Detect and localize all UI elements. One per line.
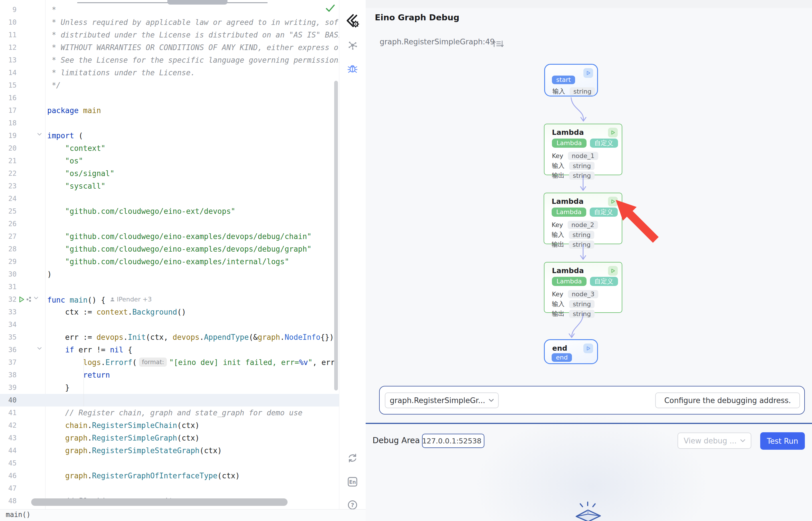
code-author-hint[interactable]: IPender +3 bbox=[110, 293, 152, 306]
graph-node-start[interactable]: start输入string bbox=[544, 64, 598, 96]
code-line-12[interactable]: 12 * WITHOUT WARRANTIES OR CONDITIONS OF… bbox=[0, 41, 339, 54]
line-number[interactable]: 25 bbox=[0, 205, 17, 218]
code-line-23[interactable]: 23 "syscall" bbox=[0, 180, 339, 192]
line-number[interactable]: 34 bbox=[0, 318, 17, 331]
code-line-10[interactable]: 10 * Unless required by applicable law o… bbox=[0, 16, 339, 29]
line-number[interactable]: 27 bbox=[0, 230, 17, 243]
line-number[interactable]: 30 bbox=[0, 268, 17, 280]
line-number[interactable]: 23 bbox=[0, 180, 17, 192]
line-number[interactable]: 37 bbox=[0, 356, 17, 369]
code-line-17[interactable]: 17package main bbox=[0, 104, 339, 117]
code-line-22[interactable]: 22 "os/signal" bbox=[0, 167, 339, 180]
line-number[interactable]: 19 bbox=[0, 129, 17, 142]
code-line-37[interactable]: 37 logs.Errorf(format:"[eino dev] init f… bbox=[0, 356, 339, 369]
line-number[interactable]: 41 bbox=[0, 407, 17, 419]
code-line-13[interactable]: 13 * See the License for the specific la… bbox=[0, 54, 339, 66]
code-line-33[interactable]: 33 ctx := context.Background() bbox=[0, 306, 339, 318]
code-line-38[interactable]: 38 return bbox=[0, 369, 339, 381]
configure-address-button[interactable]: Configure the debugging address. bbox=[655, 392, 800, 408]
line-number[interactable]: 16 bbox=[0, 92, 17, 104]
debug-bug-icon[interactable] bbox=[347, 63, 358, 74]
line-number[interactable]: 33 bbox=[0, 306, 17, 318]
line-number[interactable]: 32 bbox=[0, 293, 17, 306]
graph-node-node_1[interactable]: LambdaLambda自定义Keynode_1输入string输出string bbox=[544, 124, 622, 175]
line-number[interactable]: 44 bbox=[0, 444, 17, 457]
line-number[interactable]: 43 bbox=[0, 432, 17, 444]
status-breadcrumb[interactable]: main() bbox=[6, 511, 31, 519]
code-line-25[interactable]: 25 "github.com/cloudwego/eino-ext/devops… bbox=[0, 205, 339, 218]
code-line-19[interactable]: 19import ( bbox=[0, 129, 339, 142]
line-number[interactable]: 9 bbox=[0, 3, 17, 16]
code-line-41[interactable]: 41 // Register chain, graph and state_gr… bbox=[0, 407, 339, 419]
code-line-30[interactable]: 30) bbox=[0, 268, 339, 280]
code-line-35[interactable]: 35 err := devops.Init(ctx, devops.Append… bbox=[0, 331, 339, 343]
line-number[interactable]: 13 bbox=[0, 54, 17, 66]
code-line-39[interactable]: 39 } bbox=[0, 381, 339, 394]
code-line-9[interactable]: 9 * bbox=[0, 3, 339, 16]
code-line-32[interactable]: 32func main() { IPender +3 bbox=[0, 293, 339, 306]
node-run-button[interactable] bbox=[608, 197, 618, 206]
stack-order-icon[interactable] bbox=[492, 40, 504, 48]
line-number[interactable]: 38 bbox=[0, 369, 17, 381]
code-line-14[interactable]: 14 * limitations under the License. bbox=[0, 66, 339, 79]
code-line-29[interactable]: 29 "github.com/cloudwego/eino-examples/i… bbox=[0, 255, 339, 268]
line-number[interactable]: 28 bbox=[0, 243, 17, 255]
line-number[interactable]: 36 bbox=[0, 343, 17, 356]
code-line-18[interactable]: 18 bbox=[0, 117, 339, 129]
code-line-44[interactable]: 44 graph.RegisterSimpleStateGraph(ctx) bbox=[0, 444, 339, 457]
line-number[interactable]: 40 bbox=[0, 394, 17, 407]
code-line-45[interactable]: 45 bbox=[0, 457, 339, 470]
line-number[interactable]: 14 bbox=[0, 66, 17, 79]
node-run-button[interactable] bbox=[583, 343, 593, 353]
code-line-21[interactable]: 21 "os" bbox=[0, 155, 339, 167]
code-line-43[interactable]: 43 graph.RegisterSimpleGraph(ctx) bbox=[0, 432, 339, 444]
code-line-31[interactable]: 31 bbox=[0, 280, 339, 293]
code-line-16[interactable]: 16 bbox=[0, 92, 339, 104]
line-number[interactable]: 31 bbox=[0, 280, 17, 293]
code-line-47[interactable]: 47 bbox=[0, 482, 339, 495]
editor-horizontal-scrollbar[interactable] bbox=[31, 498, 288, 506]
code-line-36[interactable]: 36 if err != nil { bbox=[0, 343, 339, 356]
line-number[interactable]: 10 bbox=[0, 16, 17, 29]
graph-nodes-icon[interactable] bbox=[347, 40, 358, 50]
debug-address-pill[interactable]: 127.0.0.1:52538 bbox=[422, 434, 484, 448]
code-line-34[interactable]: 34 bbox=[0, 318, 339, 331]
line-number[interactable]: 11 bbox=[0, 29, 17, 41]
line-number[interactable]: 42 bbox=[0, 419, 17, 432]
line-number[interactable]: 35 bbox=[0, 331, 17, 343]
editor-vertical-scrollbar[interactable] bbox=[334, 81, 338, 390]
line-number[interactable]: 20 bbox=[0, 142, 17, 155]
test-run-button[interactable]: Test Run bbox=[760, 432, 805, 450]
line-number[interactable]: 24 bbox=[0, 192, 17, 205]
line-number[interactable]: 45 bbox=[0, 457, 17, 470]
code-line-24[interactable]: 24 bbox=[0, 192, 339, 205]
graph-node-end[interactable]: endend bbox=[544, 339, 598, 364]
line-number[interactable]: 15 bbox=[0, 79, 17, 92]
node-run-button[interactable] bbox=[608, 266, 618, 276]
graph-select-dropdown[interactable]: graph.RegisterSimpleGr... bbox=[385, 392, 499, 408]
code-line-27[interactable]: 27 "github.com/cloudwego/eino-examples/d… bbox=[0, 230, 339, 243]
graph-node-node_3[interactable]: LambdaLambda自定义Keynode_3输入string输出string bbox=[544, 262, 622, 313]
line-number[interactable]: 26 bbox=[0, 218, 17, 230]
line-number[interactable]: 47 bbox=[0, 482, 17, 495]
node-run-button[interactable] bbox=[608, 128, 618, 137]
language-en-icon[interactable]: En bbox=[347, 476, 358, 488]
line-number[interactable]: 48 bbox=[0, 495, 17, 507]
code-line-11[interactable]: 11 * distributed under the License is di… bbox=[0, 29, 339, 41]
graph-breadcrumb[interactable]: graph.RegisterSimpleGraph:49 bbox=[380, 38, 495, 46]
graph-node-node_2[interactable]: LambdaLambda自定义Keynode_2输入string输出string bbox=[544, 192, 622, 244]
code-line-28[interactable]: 28 "github.com/cloudwego/eino-examples/d… bbox=[0, 243, 339, 255]
code-line-15[interactable]: 15 */ bbox=[0, 79, 339, 92]
help-icon[interactable]: ? bbox=[347, 499, 358, 511]
code-line-26[interactable]: 26 bbox=[0, 218, 339, 230]
line-number[interactable]: 22 bbox=[0, 167, 17, 180]
code-line-40[interactable]: 40 bbox=[0, 394, 339, 407]
refresh-icon[interactable] bbox=[347, 452, 358, 464]
code-line-42[interactable]: 42 chain.RegisterSimpleChain(ctx) bbox=[0, 419, 339, 432]
code-editor[interactable]: 9 *10 * Unless required by applicable la… bbox=[0, 0, 339, 521]
code-line-20[interactable]: 20 "context" bbox=[0, 142, 339, 155]
line-number[interactable]: 29 bbox=[0, 255, 17, 268]
line-number[interactable]: 12 bbox=[0, 41, 17, 54]
code-line-46[interactable]: 46 graph.RegisterGraphOfInterfaceType(ct… bbox=[0, 470, 339, 482]
node-run-button[interactable] bbox=[583, 68, 593, 78]
